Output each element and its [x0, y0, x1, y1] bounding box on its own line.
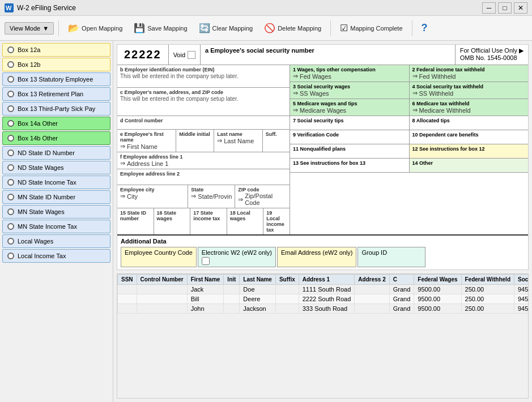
table-body: JackDoe1111 South RoadGrand9500.00250.00… [118, 285, 529, 314]
box6-map-value: Medicare Withheld [419, 107, 471, 114]
radio-mnstatewages [7, 208, 14, 215]
w2-form: 22222 Void a Employee's social security … [117, 44, 529, 270]
radio-box13retirement [7, 91, 14, 97]
table-cell [224, 285, 240, 294]
mapping-complete-button[interactable]: ☑ Mapping Complete [335, 20, 407, 36]
sidebar-item-mnstateincome[interactable]: MN State Income Tax [2, 220, 110, 233]
table-cell: 9500.00 [414, 294, 461, 304]
table-cell: Jackson [240, 304, 276, 314]
arrow-icon-b4: ⇒ [412, 89, 418, 97]
sidebar-label-box13statutory: Box 13 Statutory Employee [18, 76, 93, 83]
box6-label: 6 Medicare tax withheld [412, 101, 526, 106]
sidebar-item-box13thirdparty[interactable]: Box 13 Third-Party Sick Pay [2, 102, 110, 116]
w2-form-body: b Employer identification number (EIN) T… [117, 65, 528, 234]
lastname-label: Last name [217, 131, 259, 137]
arrow-icon-b2: ⇒ [412, 72, 418, 80]
table-cell [275, 304, 299, 314]
refresh-icon: 🔄 [199, 23, 210, 33]
box2-map-value: Fed Withheld [419, 73, 456, 80]
box5-field: 5 Medicare wages and tips ⇒ Medicare Wag… [290, 99, 410, 116]
clear-mapping-button[interactable]: 🔄 Clear Mapping [194, 20, 258, 36]
firstname-field: e Employee's first name ⇒ First Name [117, 130, 176, 152]
table-cell: 9450.00 [514, 285, 529, 294]
sidebar-item-box13statutory[interactable]: Box 13 Statutory Employee [2, 72, 110, 86]
box-c-label: c Employer's name, address, and ZIP code [120, 89, 287, 95]
state-map: ⇒ State/Provin [191, 193, 232, 200]
close-button[interactable]: ✕ [514, 2, 527, 14]
sidebar-item-box14bother[interactable]: Box 14b Other [2, 131, 110, 145]
table-cell [137, 294, 187, 304]
omb-number: OMB No. 1545-0008 [460, 54, 524, 61]
minimize-button[interactable]: ─ [482, 2, 496, 14]
electronic-w2-checkbox[interactable] [202, 257, 210, 265]
radio-localwages [7, 238, 14, 245]
boxes-5-6-row: 5 Medicare wages and tips ⇒ Medicare Wag… [290, 99, 528, 116]
table-cell: Grand [389, 294, 414, 304]
sidebar-item-ndstateid[interactable]: ND State ID Number [2, 146, 110, 160]
table-cell: Grand [389, 304, 414, 314]
box-b-label: b Employer identification number (EIN) [120, 67, 287, 72]
radio-ndstateid [7, 149, 14, 156]
app-icon: W [5, 3, 14, 12]
address1-map: ⇒ Address Line 1 [120, 160, 168, 167]
address2-field: Employee address line 2 [117, 169, 290, 185]
table-cell: 2222 South Road [299, 294, 355, 304]
delete-icon: 🚫 [264, 23, 275, 33]
box2-map: ⇒ Fed Withheld [412, 72, 456, 80]
toolbar: View Mode ▼ 📂 Open Mapping 💾 Save Mappin… [0, 16, 532, 41]
save-mapping-button[interactable]: 💾 Save Mapping [129, 20, 191, 36]
sidebar-item-box13retirement[interactable]: Box 13 Retirement Plan [2, 87, 110, 101]
box-c-field: c Employer's name, address, and ZIP code… [117, 88, 290, 116]
zip-map: ⇒ Zip/Postal Code [238, 193, 287, 206]
zip-map-value: Zip/Postal Code [245, 193, 287, 206]
sidebar-item-localwages[interactable]: Local Wages [2, 234, 110, 248]
open-mapping-button[interactable]: 📂 Open Mapping [63, 20, 127, 36]
table-row[interactable]: JohnJackson333 South RoadGrand9500.00250… [118, 304, 529, 314]
sidebar-item-box12b[interactable]: Box 12b [2, 58, 110, 71]
sidebar-item-box12a[interactable]: Box 12a [2, 43, 110, 57]
box7-label: 7 Social security tips [293, 118, 406, 123]
electronic-w2-label: Electronic W2 (eW2 only) [202, 249, 272, 256]
additional-data-section: Additional Data Employee Country Code El… [117, 234, 528, 270]
box12-field: 12 See instructions for box 12 [410, 144, 529, 158]
sidebar-item-mnstateid[interactable]: MN State ID Number [2, 190, 110, 204]
sidebar-item-box14aother[interactable]: Box 14a Other [2, 117, 110, 130]
state-map-value: State/Provin [198, 193, 232, 200]
group-id-field: Group ID [357, 247, 425, 267]
box-c-note: This will be entered in the company setu… [120, 96, 287, 102]
radio-mnstateid [7, 194, 14, 200]
city-map-value: City [127, 193, 138, 200]
box15-label: 15 State ID number [120, 210, 151, 221]
address1-map-value: Address Line 1 [127, 160, 168, 167]
col-last-name: Last Name [240, 275, 276, 285]
sidebar-item-ndstatewages[interactable]: ND State Wages [2, 161, 110, 174]
radio-ndstateincome [7, 179, 14, 186]
maximize-button[interactable]: □ [498, 2, 512, 14]
sidebar-item-mnstatewages[interactable]: MN State Wages [2, 205, 110, 219]
arrow-icon: ⇒ [120, 143, 125, 150]
sidebar-item-localincometax[interactable]: Local Income Tax [2, 249, 110, 263]
table-row[interactable]: BillDeere2222 South RoadGrand9500.00250.… [118, 294, 529, 304]
col-address2: Address 2 [355, 275, 389, 285]
col-address1: Address 1 [299, 275, 355, 285]
sidebar-item-ndstateincome[interactable]: ND State Income Tax [2, 176, 110, 189]
void-checkbox[interactable] [188, 51, 195, 59]
view-mode-button[interactable]: View Mode ▼ [5, 22, 54, 35]
delete-mapping-button[interactable]: 🚫 Delete Mapping [259, 20, 326, 36]
table-cell [355, 285, 389, 294]
right-panel: 22222 Void a Employee's social security … [113, 41, 532, 402]
box14-field: 14 Other [410, 159, 529, 172]
box1-field: 1 Wages, tips other compensation ⇒ Fed W… [290, 65, 410, 82]
address1-label: f Employee address line 1 [120, 154, 287, 160]
arrow-icon-b1: ⇒ [293, 72, 298, 80]
col-control-number: Control Number [137, 275, 187, 285]
table-row[interactable]: JackDoe1111 South RoadGrand9500.00250.00… [118, 285, 529, 294]
arrow-icon-3: ⇒ [120, 160, 125, 167]
address1-field: f Employee address line 1 ⇒ Address Line… [117, 152, 290, 169]
city-map: ⇒ City [120, 193, 138, 200]
box8-label: 8 Allocated tips [412, 118, 526, 123]
firstname-label: e Employee's first name [120, 131, 173, 143]
table-cell: 9500.00 [414, 304, 461, 314]
electronic-w2-field: Electronic W2 (eW2 only) [198, 247, 276, 267]
help-button[interactable]: ? [417, 20, 432, 36]
